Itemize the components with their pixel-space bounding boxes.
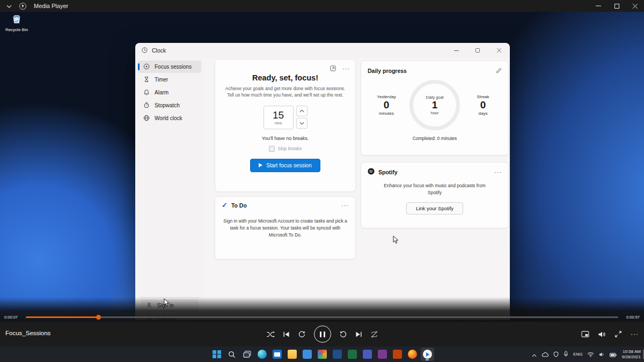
sidebar-item-stopwatch[interactable]: Stopwatch [138, 99, 201, 112]
tray-date: 9/28/2021 [621, 354, 641, 360]
close-button[interactable] [626, 0, 644, 12]
maximize-button[interactable] [608, 0, 626, 12]
volume-button[interactable] [598, 331, 606, 338]
clock-close-button[interactable] [488, 43, 510, 58]
repeat-off-button[interactable] [370, 330, 378, 338]
start-button[interactable] [210, 348, 224, 361]
taskbar-search-button[interactable] [225, 348, 239, 361]
powerpoint-icon [393, 350, 402, 359]
recycle-bin[interactable]: Recycle Bin [4, 13, 29, 32]
play-icon [259, 163, 262, 167]
sidebar-item-timer[interactable]: Timer [138, 73, 201, 86]
fullscreen-button[interactable] [614, 330, 622, 338]
tray-clock[interactable]: 10:58 AM 9/28/2021 [621, 349, 641, 360]
total-duration: 0:00:57 [623, 315, 640, 320]
edge-icon [258, 350, 267, 359]
pause-button[interactable] [314, 326, 331, 343]
spotify-card: Spotify ··· Enhance your focus with musi… [361, 162, 509, 228]
media-player-titlebar: Media Player [0, 0, 644, 12]
language-indicator[interactable]: ENG [573, 352, 582, 357]
shuffle-button[interactable] [266, 331, 275, 338]
task-view-button[interactable] [240, 348, 254, 361]
minutes-value-box[interactable]: 15 mins [264, 106, 294, 129]
minimize-button[interactable] [589, 0, 608, 12]
focus-card-more-button[interactable]: ··· [342, 65, 350, 72]
taskbar-app-phone-link[interactable] [331, 348, 344, 361]
minutes-increase-button[interactable] [296, 106, 308, 116]
todo-more-button[interactable]: ··· [341, 202, 349, 209]
wifi-icon[interactable] [587, 350, 594, 359]
windows-logo-icon [213, 350, 221, 359]
skip-forward-button[interactable] [339, 330, 347, 338]
tray-chevron-up-icon[interactable] [532, 350, 537, 359]
clock-maximize-button[interactable] [467, 43, 488, 58]
taskbar-app-teams[interactable] [361, 348, 374, 361]
taskbar-app-edge[interactable] [255, 348, 269, 361]
menu-chevron-down-icon[interactable] [6, 3, 12, 9]
app-title: Media Player [34, 3, 68, 9]
minutes-decrease-button[interactable] [296, 118, 308, 129]
focus-sessions-icon [143, 63, 150, 71]
mini-player-button[interactable] [581, 331, 589, 337]
taskbar-app-media-player[interactable] [421, 348, 434, 361]
speaker-icon[interactable] [599, 350, 605, 359]
edit-goal-pencil-icon[interactable] [496, 66, 502, 76]
taskbar-app-powerpoint[interactable] [391, 348, 404, 361]
todo-title: To Do [231, 202, 341, 209]
next-track-button[interactable] [355, 331, 362, 338]
sidebar-item-world-clock[interactable]: World clock [138, 112, 201, 124]
mouse-cursor-sign-in [164, 299, 170, 309]
recycle-bin-label: Recycle Bin [4, 27, 29, 32]
skip-back-button[interactable] [298, 330, 306, 338]
screen: Media Player Recycle Bin [0, 0, 644, 362]
taskbar-app-onenote[interactable] [376, 348, 389, 361]
completed-minutes-text: Completed: 0 minutes [361, 136, 508, 141]
open-app-indicator [426, 359, 429, 360]
seek-thumb[interactable] [96, 315, 101, 320]
sidebar-item-alarm[interactable]: Alarm [138, 86, 201, 99]
minutes-value: 15 [273, 110, 284, 120]
security-shield-icon[interactable] [553, 350, 559, 359]
alarm-bell-icon [143, 89, 150, 97]
media-player-icon [423, 350, 432, 359]
compact-overlay-icon[interactable] [330, 64, 336, 73]
seek-bar[interactable] [26, 316, 618, 318]
media-player-logo-icon [19, 3, 26, 10]
todo-logo-icon: ✓ [222, 202, 228, 209]
daily-progress-title: Daily progress [368, 68, 496, 74]
photos-icon [318, 350, 327, 359]
sidebar-item-label: World clock [155, 115, 182, 121]
previous-track-button[interactable] [283, 331, 290, 338]
clock-app-icon [142, 47, 148, 54]
skip-breaks-checkbox[interactable] [269, 146, 275, 152]
link-spotify-button[interactable]: Link your Spotify [406, 202, 463, 215]
tray-time: 10:58 AM [621, 349, 641, 354]
clock-minimize-button[interactable] [445, 43, 467, 58]
start-focus-session-button[interactable]: Start focus session [250, 159, 320, 172]
onenote-icon [378, 350, 387, 359]
onedrive-cloud-icon[interactable] [541, 350, 548, 359]
focus-title: Ready, set, focus! [215, 73, 355, 82]
sidebar-item-focus-sessions[interactable]: Focus sessions [138, 61, 201, 73]
battery-icon[interactable] [610, 350, 617, 359]
microphone-icon[interactable] [564, 350, 568, 359]
taskbar-app-excel[interactable] [346, 348, 359, 361]
spotify-more-button[interactable]: ··· [494, 169, 502, 175]
taskbar-app-mail[interactable] [270, 348, 284, 361]
video-area: Recycle Bin Clock [0, 12, 644, 322]
store-icon [303, 350, 312, 359]
recycle-bin-icon [11, 17, 23, 26]
minutes-unit: mins [275, 121, 282, 125]
sidebar-item-label: Focus sessions [155, 64, 192, 70]
todo-card: ✓ To Do ··· Sign in with your Microsoft … [215, 196, 356, 260]
clock-main: ··· Ready, set, focus! Achieve your goal… [204, 58, 510, 320]
phone-link-icon [333, 350, 342, 359]
taskbar-app-firefox[interactable] [406, 348, 419, 361]
player-more-button[interactable]: ··· [631, 330, 639, 338]
taskbar-app-photos[interactable] [316, 348, 329, 361]
taskbar-app-store[interactable] [301, 348, 314, 361]
yesterday-stat: Yesterday 0 minutes [370, 94, 403, 116]
world-clock-icon [143, 115, 150, 122]
streak-stat: Streak 0 days [466, 94, 500, 116]
taskbar-app-file-explorer[interactable] [286, 348, 299, 361]
